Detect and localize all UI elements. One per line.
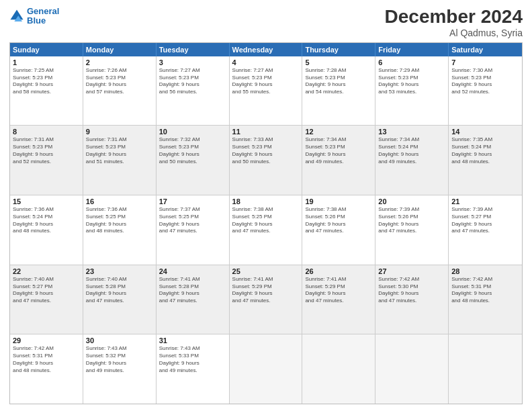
cell-info: Sunrise: 7:42 AMSunset: 5:30 PMDaylight:… <box>378 276 445 305</box>
cell-info: Sunrise: 7:36 AMSunset: 5:24 PMDaylight:… <box>13 206 80 235</box>
cell-dec-21: 21 Sunrise: 7:39 AMSunset: 5:27 PMDaylig… <box>449 195 522 265</box>
logo-general: General <box>27 6 59 16</box>
page: General Blue December 2024 Al Qadmus, Sy… <box>0 0 532 411</box>
cell-dec-13: 13 Sunrise: 7:34 AMSunset: 5:24 PMDaylig… <box>375 126 449 195</box>
week-row-2: 8 Sunrise: 7:31 AMSunset: 5:23 PMDayligh… <box>10 126 522 195</box>
cell-dec-24: 24 Sunrise: 7:41 AMSunset: 5:28 PMDaylig… <box>157 265 230 334</box>
cell-dec-23: 23 Sunrise: 7:40 AMSunset: 5:28 PMDaylig… <box>83 265 157 334</box>
cell-info: Sunrise: 7:41 AMSunset: 5:28 PMDaylight:… <box>159 276 226 305</box>
cell-dec-28: 28 Sunrise: 7:42 AMSunset: 5:31 PMDaylig… <box>449 265 522 334</box>
day-number: 26 <box>305 267 372 275</box>
cell-dec-4: 4 Sunrise: 7:27 AMSunset: 5:23 PMDayligh… <box>230 56 303 126</box>
cell-info: Sunrise: 7:25 AMSunset: 5:23 PMDaylight:… <box>13 67 80 96</box>
day-number: 28 <box>451 267 519 275</box>
header-friday: Friday <box>375 43 449 56</box>
week-row-1: 1 Sunrise: 7:25 AMSunset: 5:23 PMDayligh… <box>10 56 522 126</box>
header-sunday: Sunday <box>10 43 83 56</box>
cell-dec-8: 8 Sunrise: 7:31 AMSunset: 5:23 PMDayligh… <box>10 126 83 195</box>
cell-dec-14: 14 Sunrise: 7:35 AMSunset: 5:24 PMDaylig… <box>449 126 522 195</box>
cell-dec-15: 15 Sunrise: 7:36 AMSunset: 5:24 PMDaylig… <box>10 195 83 265</box>
calendar: Sunday Monday Tuesday Wednesday Thursday… <box>9 42 523 404</box>
day-number: 12 <box>305 128 372 136</box>
cell-info: Sunrise: 7:40 AMSunset: 5:28 PMDaylight:… <box>86 276 153 305</box>
cell-dec-29: 29 Sunrise: 7:42 AMSunset: 5:31 PMDaylig… <box>10 334 83 404</box>
day-number: 21 <box>451 197 519 205</box>
week-row-3: 15 Sunrise: 7:36 AMSunset: 5:24 PMDaylig… <box>10 195 522 265</box>
cell-info: Sunrise: 7:38 AMSunset: 5:26 PMDaylight:… <box>305 206 372 235</box>
cell-dec-18: 18 Sunrise: 7:38 AMSunset: 5:25 PMDaylig… <box>230 195 303 265</box>
cell-info: Sunrise: 7:36 AMSunset: 5:25 PMDaylight:… <box>86 206 153 235</box>
cell-info: Sunrise: 7:34 AMSunset: 5:24 PMDaylight:… <box>378 136 445 165</box>
day-number: 14 <box>451 128 519 136</box>
cell-info: Sunrise: 7:37 AMSunset: 5:25 PMDaylight:… <box>159 206 226 235</box>
cell-dec-31: 31 Sunrise: 7:43 AMSunset: 5:33 PMDaylig… <box>157 334 230 404</box>
cell-dec-2: 2 Sunrise: 7:26 AMSunset: 5:23 PMDayligh… <box>83 56 157 126</box>
cell-info: Sunrise: 7:42 AMSunset: 5:31 PMDaylight:… <box>451 276 519 305</box>
cell-info: Sunrise: 7:28 AMSunset: 5:23 PMDaylight:… <box>305 67 372 96</box>
cell-dec-17: 17 Sunrise: 7:37 AMSunset: 5:25 PMDaylig… <box>157 195 230 265</box>
cell-info: Sunrise: 7:32 AMSunset: 5:23 PMDaylight:… <box>159 136 226 165</box>
day-number: 23 <box>86 267 153 275</box>
day-number: 3 <box>159 58 226 66</box>
cell-dec-7: 7 Sunrise: 7:30 AMSunset: 5:23 PMDayligh… <box>449 56 522 126</box>
day-number: 4 <box>232 58 300 66</box>
cell-info: Sunrise: 7:33 AMSunset: 5:23 PMDaylight:… <box>232 136 300 165</box>
day-number: 1 <box>13 58 80 66</box>
cell-empty-4 <box>449 334 522 404</box>
cell-info: Sunrise: 7:31 AMSunset: 5:23 PMDaylight:… <box>13 136 80 165</box>
cell-info: Sunrise: 7:39 AMSunset: 5:26 PMDaylight:… <box>378 206 445 235</box>
logo: General Blue <box>9 7 59 26</box>
day-number: 24 <box>159 267 226 275</box>
cell-info: Sunrise: 7:27 AMSunset: 5:23 PMDaylight:… <box>159 67 226 96</box>
cell-dec-11: 11 Sunrise: 7:33 AMSunset: 5:23 PMDaylig… <box>230 126 303 195</box>
cell-dec-12: 12 Sunrise: 7:34 AMSunset: 5:23 PMDaylig… <box>302 126 375 195</box>
day-number: 25 <box>232 267 300 275</box>
cell-dec-10: 10 Sunrise: 7:32 AMSunset: 5:23 PMDaylig… <box>157 126 230 195</box>
week-row-4: 22 Sunrise: 7:40 AMSunset: 5:27 PMDaylig… <box>10 265 522 335</box>
cell-dec-3: 3 Sunrise: 7:27 AMSunset: 5:23 PMDayligh… <box>157 56 230 126</box>
cell-info: Sunrise: 7:39 AMSunset: 5:27 PMDaylight:… <box>451 206 519 235</box>
cell-info: Sunrise: 7:43 AMSunset: 5:32 PMDaylight:… <box>86 345 153 374</box>
day-number: 19 <box>305 197 372 205</box>
cell-empty-2 <box>302 334 375 404</box>
cell-dec-26: 26 Sunrise: 7:41 AMSunset: 5:29 PMDaylig… <box>302 265 375 334</box>
day-number: 22 <box>13 267 80 275</box>
header-thursday: Thursday <box>302 43 375 56</box>
cell-info: Sunrise: 7:41 AMSunset: 5:29 PMDaylight:… <box>305 276 372 305</box>
week-row-5: 29 Sunrise: 7:42 AMSunset: 5:31 PMDaylig… <box>10 334 522 404</box>
calendar-body: 1 Sunrise: 7:25 AMSunset: 5:23 PMDayligh… <box>10 56 522 404</box>
header-monday: Monday <box>83 43 157 56</box>
day-number: 8 <box>13 128 80 136</box>
cell-dec-25: 25 Sunrise: 7:41 AMSunset: 5:29 PMDaylig… <box>230 265 303 334</box>
header-saturday: Saturday <box>449 43 522 56</box>
day-number: 18 <box>232 197 300 205</box>
cell-info: Sunrise: 7:27 AMSunset: 5:23 PMDaylight:… <box>232 67 300 96</box>
cell-dec-27: 27 Sunrise: 7:42 AMSunset: 5:30 PMDaylig… <box>375 265 449 334</box>
month-title: December 2024 <box>385 7 523 28</box>
logo-blue: Blue <box>27 15 46 26</box>
calendar-header: Sunday Monday Tuesday Wednesday Thursday… <box>10 43 522 56</box>
cell-info: Sunrise: 7:43 AMSunset: 5:33 PMDaylight:… <box>159 345 226 374</box>
day-number: 27 <box>378 267 445 275</box>
cell-dec-9: 9 Sunrise: 7:31 AMSunset: 5:23 PMDayligh… <box>83 126 157 195</box>
cell-info: Sunrise: 7:40 AMSunset: 5:27 PMDaylight:… <box>13 276 80 305</box>
cell-info: Sunrise: 7:35 AMSunset: 5:24 PMDaylight:… <box>451 136 519 165</box>
day-number: 7 <box>451 58 519 66</box>
day-number: 30 <box>86 336 153 345</box>
day-number: 2 <box>86 58 153 66</box>
cell-info: Sunrise: 7:41 AMSunset: 5:29 PMDaylight:… <box>232 276 300 305</box>
day-number: 9 <box>86 128 153 136</box>
cell-dec-22: 22 Sunrise: 7:40 AMSunset: 5:27 PMDaylig… <box>10 265 83 334</box>
day-number: 15 <box>13 197 80 205</box>
cell-dec-5: 5 Sunrise: 7:28 AMSunset: 5:23 PMDayligh… <box>302 56 375 126</box>
cell-info: Sunrise: 7:29 AMSunset: 5:23 PMDaylight:… <box>378 67 445 96</box>
cell-info: Sunrise: 7:26 AMSunset: 5:23 PMDaylight:… <box>86 67 153 96</box>
day-number: 13 <box>378 128 445 136</box>
cell-info: Sunrise: 7:34 AMSunset: 5:23 PMDaylight:… <box>305 136 372 165</box>
cell-dec-6: 6 Sunrise: 7:29 AMSunset: 5:23 PMDayligh… <box>375 56 449 126</box>
header-wednesday: Wednesday <box>230 43 303 56</box>
day-number: 29 <box>13 336 80 345</box>
title-block: December 2024 Al Qadmus, Syria <box>385 7 523 38</box>
cell-dec-16: 16 Sunrise: 7:36 AMSunset: 5:25 PMDaylig… <box>83 195 157 265</box>
day-number: 10 <box>159 128 226 136</box>
